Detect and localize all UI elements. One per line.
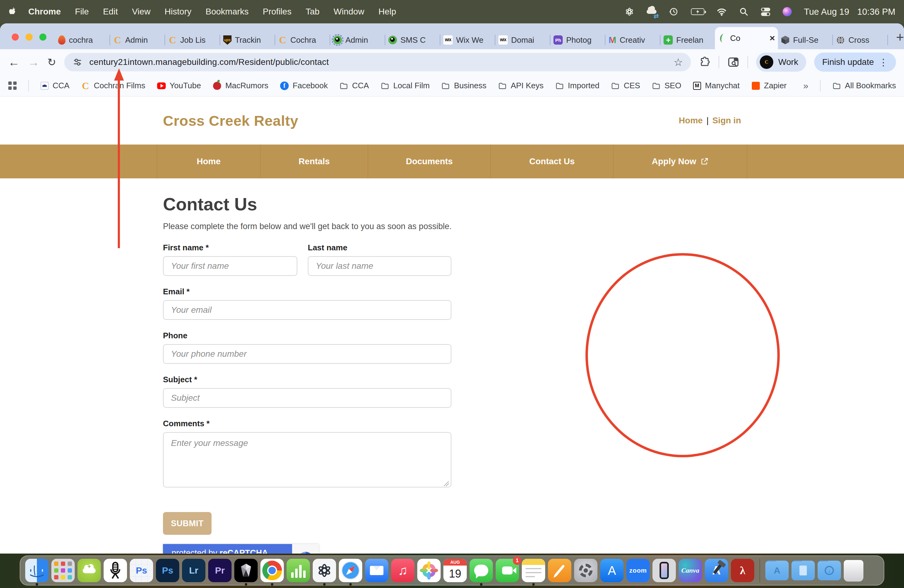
dock-documents-folder-icon[interactable] — [792, 559, 815, 580]
nav-documents[interactable]: Documents — [368, 145, 490, 179]
control-center-icon[interactable] — [761, 7, 770, 16]
dock-iphone-mirroring-icon[interactable] — [653, 559, 676, 582]
menu-history[interactable]: History — [164, 7, 191, 17]
menu-edit[interactable]: Edit — [103, 7, 118, 17]
profile-button[interactable]: C Work — [756, 52, 806, 72]
tab-domain[interactable]: WIXDomai — [495, 31, 550, 49]
wifi-icon[interactable] — [717, 7, 727, 17]
dock-calendar-icon[interactable]: AUG19 — [443, 559, 467, 582]
dock-settings-icon[interactable] — [574, 559, 597, 582]
forward-button[interactable]: → — [28, 56, 40, 68]
minimize-window-button[interactable] — [25, 33, 33, 41]
dock-messages-icon[interactable] — [469, 559, 493, 582]
tab-cross-creek[interactable]: Cross — [833, 31, 887, 49]
url-text[interactable]: century21intown.managebuilding.com/Resid… — [90, 57, 329, 67]
dock-finder-icon[interactable] — [25, 559, 49, 582]
nav-rentals[interactable]: Rentals — [260, 145, 368, 179]
tab-wix-website[interactable]: WIXWix We — [440, 31, 495, 49]
header-home-link[interactable]: Home — [679, 115, 703, 125]
tab-admin-2[interactable]: Admin — [330, 31, 385, 49]
nav-apply-now[interactable]: Apply Now — [613, 145, 747, 179]
textarea-resize-handle[interactable] — [444, 481, 449, 486]
bookmark-folder-api-keys[interactable]: API Keys — [498, 81, 544, 90]
menu-bookmarks[interactable]: Bookmarks — [205, 7, 248, 17]
dock-downloads-folder-icon[interactable]: ↓ — [818, 559, 841, 580]
dock-applications-folder-icon[interactable]: A — [765, 559, 789, 580]
cloud-sync-icon[interactable]: ⇄ — [646, 7, 656, 17]
bookmark-manychat[interactable]: MManychat — [693, 81, 740, 90]
close-tab-icon[interactable]: × — [770, 33, 775, 43]
menu-clock[interactable]: Tue Aug 19 10:36 PM — [804, 7, 895, 17]
bookmark-facebook[interactable]: fFacebook — [280, 81, 328, 90]
menu-help[interactable]: Help — [379, 7, 396, 17]
bookmarks-overflow-chevron[interactable]: » — [803, 81, 808, 91]
dock-podcast-mic-icon[interactable] — [104, 559, 127, 582]
dock-launchpad-icon[interactable] — [51, 559, 75, 582]
zoom-window-button[interactable] — [40, 33, 46, 41]
reload-button[interactable]: ↻ — [47, 56, 56, 68]
last-name-field[interactable] — [308, 256, 451, 276]
tab-contact-active[interactable]: Co × — [715, 27, 778, 49]
new-tab-button[interactable]: + — [896, 30, 904, 45]
bookmark-folder-seo[interactable]: SEO — [652, 81, 681, 90]
tab-search-icon[interactable] — [727, 56, 740, 68]
dock-xcode-icon[interactable]: A — [705, 559, 728, 582]
tab-freelancer[interactable]: +Freelan — [661, 31, 715, 49]
dock-cloudmounter-icon[interactable]: + — [77, 559, 101, 582]
bookmark-zapier[interactable]: Zapier — [751, 81, 787, 90]
chatgpt-menu-icon[interactable] — [624, 7, 634, 17]
dock-acrobat-icon[interactable]: λ — [731, 559, 754, 582]
dock-obsidian-icon[interactable] — [234, 559, 258, 582]
bookmark-folder-cca[interactable]: CCA — [340, 81, 369, 90]
header-signin-link[interactable]: Sign in — [713, 115, 741, 125]
menu-file[interactable]: File — [75, 7, 89, 17]
time-machine-icon[interactable] — [669, 7, 679, 17]
dock-photoshop-express-icon[interactable]: Ps — [130, 559, 153, 582]
tab-photography[interactable]: PhPhotog — [550, 31, 605, 49]
subject-field[interactable] — [163, 388, 451, 408]
tab-sms[interactable]: SMS C — [385, 31, 440, 49]
bookmark-folder-ces[interactable]: CES — [611, 81, 640, 90]
bookmark-cochran-films[interactable]: CCochran Films — [81, 81, 145, 90]
dock-music-icon[interactable]: ♫ — [391, 559, 414, 582]
dock-lightroom-icon[interactable]: Lr — [182, 559, 205, 582]
finish-update-button[interactable]: Finish update ⋮ — [814, 52, 896, 72]
back-button[interactable]: ← — [8, 56, 20, 68]
menu-tab[interactable]: Tab — [306, 7, 319, 17]
battery-icon[interactable] — [691, 8, 705, 15]
nav-home[interactable]: Home — [157, 145, 260, 179]
tab-creative[interactable]: MCreativ — [605, 31, 660, 49]
tab-admin-1[interactable]: CAdmin — [110, 31, 164, 49]
menu-profiles[interactable]: Profiles — [263, 7, 291, 17]
site-logo[interactable]: Cross Creek Realty — [163, 112, 298, 129]
dock-canva-icon[interactable]: Canva — [679, 559, 702, 582]
kebab-menu-icon[interactable]: ⋮ — [879, 57, 888, 68]
close-window-button[interactable] — [12, 33, 19, 41]
extensions-icon[interactable] — [699, 56, 711, 68]
menu-view[interactable]: View — [132, 7, 150, 17]
dock-appstore-icon[interactable]: A — [600, 559, 624, 582]
apple-menu-icon[interactable] — [9, 7, 17, 16]
nav-contact-us[interactable]: Contact Us — [490, 145, 613, 179]
dock-mail-icon[interactable] — [365, 559, 388, 582]
tab-full-service[interactable]: Full-Se — [778, 31, 832, 49]
phone-field[interactable] — [163, 344, 451, 364]
bookmark-youtube[interactable]: YouTube — [157, 81, 201, 90]
submit-button[interactable]: SUBMIT — [163, 512, 212, 535]
site-settings-icon[interactable] — [72, 57, 83, 67]
dock-safari-icon[interactable] — [339, 559, 362, 582]
bookmark-folder-local-film[interactable]: Local Film — [381, 81, 430, 90]
dock-facetime-icon[interactable]: 1 — [496, 559, 519, 582]
bookmark-cca[interactable]: CCA — [41, 81, 70, 90]
siri-icon[interactable] — [782, 7, 792, 16]
all-bookmarks-button[interactable]: All Bookmarks — [832, 81, 896, 90]
bookmark-macrumors[interactable]: MacRumors — [213, 81, 269, 90]
dock-photoshop-icon[interactable]: Ps — [156, 559, 179, 582]
comments-field[interactable] — [163, 432, 451, 487]
spotlight-search-icon[interactable] — [739, 7, 749, 17]
bookmark-star-icon[interactable]: ☆ — [674, 56, 683, 68]
first-name-field[interactable] — [163, 256, 297, 276]
tab-cochran-2[interactable]: CCochra — [275, 31, 330, 49]
apps-grid-icon[interactable] — [8, 82, 17, 90]
bookmark-folder-business[interactable]: Business — [441, 81, 487, 90]
